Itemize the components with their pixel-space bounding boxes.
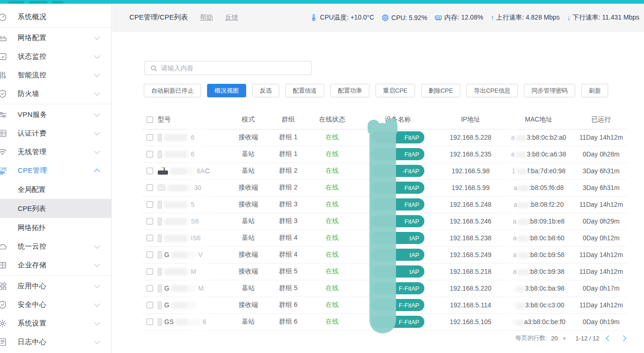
mac-suffix: :b8:08:f2:20 [529,201,564,208]
sidebar-item-智能流控[interactable]: 智能流控 [0,66,111,84]
button-自动刷新已停止[interactable]: 自动刷新已停止 [144,84,201,97]
row-checkbox[interactable] [147,151,153,157]
rows-per-page-caret-icon[interactable] [563,338,566,340]
sidebar-item-CPE管理[interactable]: CPECPE管理 [0,161,111,180]
table-row[interactable]: 6接收端群组 1在线FitAP192.168.5.228a3:b8:0c:b2:… [142,129,627,146]
model-redacted [164,134,188,141]
table-row[interactable]: GM基站群组 5在线F-FitAP192.168.5.2203:b8:0c:ba… [142,280,627,297]
button-同步管理密码[interactable]: 同步管理密码 [524,84,575,97]
search-box [144,61,312,75]
cell-mac: 3:b8:0c:c3:00 [502,297,575,313]
device-name-pill[interactable]: FitAP [371,131,424,143]
table-row[interactable]: 30接收端群组 2在线FitAP192.168.5.99a:b8:05:f6:d… [142,179,627,196]
cell-checkbox [142,263,158,280]
chevron-down-icon [94,90,100,96]
sidebar-item-企业存储[interactable]: 企业存储 [0,256,111,274]
sidebar-item-网络配置[interactable]: 网络配置 [0,28,111,47]
sidebar-item-系统概况[interactable]: 系统概况 [0,7,111,26]
sidebar-item-label: 防火墙 [18,89,95,98]
cell-device-name: FitAP [356,179,439,196]
device-name-pill[interactable]: F-FitAP [371,299,424,311]
device-name-pill[interactable]: FitAP [371,182,424,194]
rows-per-page-value[interactable]: 20 [551,335,557,342]
row-checkbox[interactable] [147,235,153,241]
select-all-checkbox[interactable] [147,116,153,123]
cell-ip: 192.168.5.248 [439,196,502,213]
sidebar-item-认证计费[interactable]: 认证计费 [0,124,111,143]
cell-uptime: 11Day 14h12m [576,297,627,313]
mac-suffix: :b8:0c:b9:58 [529,251,564,258]
sidebar-item-统一云控[interactable]: 统一云控 [0,237,111,256]
sidebar-item-无线管理[interactable]: 无线管理 [0,143,111,161]
sidebar-item-状态监控[interactable]: 状态监控 [0,47,111,66]
table-row[interactable]: 6AC基站群组 2在线-FitAP192.168.5.981f:ba:7d:e0… [142,163,627,179]
table-row[interactable]: GS6基站群组 6在线F-FitAP192.168.5.105a3:b8:0c:… [142,313,627,330]
cell-mac: 1f:ba:7d:e0:98 [502,163,575,179]
device-thumbnail-pod [158,318,162,326]
mac-prefix: a [514,184,517,191]
row-checkbox[interactable] [147,285,153,292]
row-checkbox[interactable] [147,251,153,258]
row-checkbox[interactable] [147,168,153,174]
feedback-link[interactable]: 反馈 [225,14,238,22]
cell-device-name: -FitAP [356,163,439,179]
table-row[interactable]: S6基站群组 3在线FitAP192.168.5.246a:b8:09:1b:e… [142,213,627,230]
cell-mode: 基站 [228,313,268,330]
model-redacted [176,319,200,326]
button-导出CPE信息[interactable]: 导出CPE信息 [466,84,518,97]
table-row[interactable]: G接收端群组 6在线F-FitAP192.168.5.1143:b8:0c:c3… [142,297,627,313]
device-name-pill[interactable]: tAP [371,232,424,244]
sidebar-item-应用中心[interactable]: 应用中心 [0,277,111,295]
sidebar-item-安全中心[interactable]: 安全中心 [0,295,111,314]
mac-prefix: a [513,217,517,225]
table-row[interactable]: GV接收端群组 4在线tAP192.168.5.249a:b8:0c:b9:58… [142,246,627,263]
sidebar-subitem-全局配置[interactable]: 全局配置 [0,180,111,199]
search-input[interactable] [161,64,311,72]
cell-mac: 3:b8:0c:ba:98 [502,280,575,297]
online-status-badge: 在线 [326,251,339,258]
row-checkbox[interactable] [147,319,153,325]
col-header-mode: 模式 [228,110,268,129]
row-checkbox[interactable] [147,201,153,208]
col-header-model: 型号 [158,110,228,129]
next-page-chevron-icon[interactable] [620,335,626,341]
device-name-pill[interactable]: tAP [371,265,424,278]
sidebar-subitem-网络拓扑[interactable]: 网络拓扑 [0,218,111,237]
previous-page-chevron-icon[interactable] [606,335,612,341]
button-概况视图[interactable]: 概况视图 [207,84,246,97]
button-配置功率[interactable]: 配置功率 [330,84,369,97]
help-link[interactable]: 帮助 [200,14,213,22]
shield-check-icon [0,300,14,309]
button-删除CPE[interactable]: 删除CPE [421,84,461,97]
cell-group: 群组 6 [269,297,308,313]
button-反选[interactable]: 反选 [252,84,279,97]
mac-suffix: f:ba:7d:e0:98 [528,167,566,175]
device-name-pill[interactable]: F-FitAP [371,316,424,328]
device-name-pill[interactable]: -FitAP [371,165,424,177]
sidebar-item-系统设置[interactable]: 系统设置 [0,314,111,333]
row-checkbox[interactable] [147,302,153,308]
button-配置信道[interactable]: 配置信道 [285,84,324,97]
sidebar-subitem-CPE列表[interactable]: CPE列表 [0,199,111,218]
table-row[interactable]: IS6基站群组 4在线tAP192.168.5.238a:b8:0c:b8:60… [142,230,627,246]
row-checkbox[interactable] [147,184,153,191]
device-name-pill[interactable]: FitAP [371,198,424,210]
device-name-pill[interactable]: tAP [371,249,424,261]
cell-ip: 192.168.5.249 [439,246,502,263]
row-checkbox[interactable] [147,268,153,275]
table-row[interactable]: 5接收端群组 3在线FitAP192.168.5.248a:b8:08:f2:2… [142,196,627,213]
device-name-pill[interactable]: FitAP [371,148,424,160]
button-刷新[interactable]: 刷新 [581,84,608,97]
sidebar-item-日志中心[interactable]: 日志中心 [0,333,111,351]
mac-redacted [515,135,526,141]
device-name-pill[interactable]: FitAP [371,215,424,227]
sidebar-item-防火墙[interactable]: 防火墙 [0,84,111,103]
table-row[interactable]: 6基站群组 1在线FitAP192.168.5.235a3:b8:0c:a6:3… [142,146,627,163]
row-checkbox[interactable] [147,134,153,141]
model-suffix: M [191,268,196,275]
table-row[interactable]: M接收端群组 5在线tAP192.168.5.218a:b8:0c:b9:381… [142,263,627,280]
button-重启CPE[interactable]: 重启CPE [376,84,415,97]
row-checkbox[interactable] [147,218,153,224]
sidebar-item-VPN服务[interactable]: VPN服务 [0,105,111,124]
device-name-pill[interactable]: F-FitAP [371,282,424,294]
